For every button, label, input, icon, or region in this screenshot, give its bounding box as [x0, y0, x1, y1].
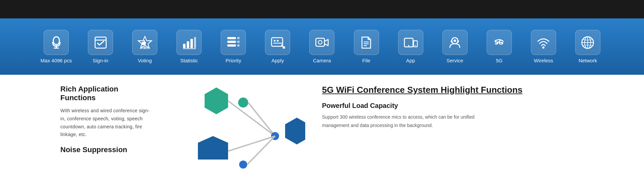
icon-item-app[interactable]: App: [395, 30, 427, 63]
svg-point-39: [542, 46, 544, 48]
svg-point-0: [53, 37, 59, 45]
icon-item-signin[interactable]: Sign-in: [85, 30, 116, 63]
top-black-bar: [0, 0, 644, 18]
statistic-icon: [182, 35, 197, 50]
svg-marker-50: [198, 136, 228, 160]
powerful-load-description: Support 300 wireless conference mics to …: [322, 113, 496, 130]
icon-label-camera: Camera: [313, 58, 331, 63]
icon-box-network: [575, 30, 600, 55]
voting-icon: [138, 35, 152, 50]
svg-rect-36: [451, 40, 452, 42]
icon-item-priority[interactable]: Priority: [217, 30, 249, 63]
icon-box-priority: [221, 30, 246, 55]
icon-box-wireless: [531, 30, 556, 55]
icon-item-wireless[interactable]: Wireless: [528, 30, 559, 63]
icon-box-signin: [88, 30, 113, 55]
svg-rect-18: [237, 41, 239, 43]
svg-rect-11: [190, 39, 193, 48]
icon-label-priority: Priority: [225, 58, 241, 63]
icon-box-app: [398, 30, 423, 55]
main-title: 5G WiFi Conference System Highlight Func…: [322, 85, 624, 95]
icon-label-voting: Voting: [138, 58, 152, 63]
icon-item-voting[interactable]: Voting: [129, 30, 161, 63]
icon-label-signin: Sign-in: [93, 58, 108, 63]
icon-item-statistic[interactable]: Statistic: [173, 30, 205, 63]
svg-rect-25: [316, 38, 325, 46]
priority-icon: [226, 35, 241, 50]
icon-label-network: Network: [579, 58, 597, 63]
5g-icon: 5G: [492, 35, 506, 50]
icon-label-wireless: Wireless: [534, 58, 553, 63]
apply-icon: [270, 35, 285, 50]
icon-bar: Max 4096 pcs Sign-in Voting: [0, 18, 644, 75]
left-content: Rich Application Functions With wireless…: [0, 81, 174, 180]
svg-point-21: [274, 40, 276, 42]
svg-point-22: [277, 40, 279, 42]
rich-app-title: Rich Application Functions: [60, 85, 154, 102]
file-icon: [359, 35, 374, 50]
service-icon: [447, 35, 462, 50]
icon-item-max4096[interactable]: Max 4096 pcs: [40, 30, 72, 63]
content-area: Rich Application Functions With wireless…: [0, 75, 644, 187]
icon-label-statistic: Statistic: [180, 58, 198, 63]
signin-icon: [93, 35, 108, 50]
noise-title: Noise Suppression: [60, 145, 154, 154]
rich-app-description: With wireless and wired conference sign-…: [60, 107, 154, 139]
icon-box-service: [442, 30, 468, 55]
camera-icon: [315, 35, 329, 50]
svg-rect-16: [227, 44, 236, 46]
svg-point-51: [239, 161, 247, 169]
icon-box-camera: [309, 30, 334, 55]
icon-label-file: File: [362, 58, 370, 63]
svg-rect-15: [227, 41, 236, 43]
icon-box-voting: [132, 30, 157, 55]
svg-point-32: [408, 45, 410, 46]
icon-item-apply[interactable]: Apply: [262, 30, 293, 63]
svg-rect-37: [458, 40, 459, 42]
svg-point-24: [283, 46, 285, 49]
icon-item-5g[interactable]: 5G 5G: [483, 30, 515, 63]
icon-label-app: App: [406, 58, 415, 63]
diagram-svg: [178, 84, 305, 178]
icon-item-service[interactable]: Service: [439, 30, 471, 63]
icon-item-network[interactable]: Network: [572, 30, 604, 63]
svg-marker-49: [285, 118, 305, 144]
powerful-load-title: Powerful Load Capacity: [322, 102, 624, 110]
icon-box-statistic: [176, 30, 202, 55]
svg-point-33: [415, 45, 416, 46]
middle-graphic: [174, 81, 309, 180]
icon-box-5g: 5G: [487, 30, 512, 55]
svg-rect-8: [140, 47, 150, 49]
icon-label-service: Service: [446, 58, 463, 63]
icon-item-camera[interactable]: Camera: [306, 30, 338, 63]
svg-marker-44: [205, 87, 228, 114]
svg-point-26: [318, 40, 322, 44]
svg-rect-3: [95, 37, 106, 48]
svg-point-45: [238, 98, 248, 108]
noise-section: Noise Suppression: [60, 145, 154, 154]
icon-box-file: [354, 30, 379, 55]
svg-rect-14: [227, 37, 236, 39]
svg-point-35: [454, 39, 456, 42]
svg-rect-17: [237, 37, 239, 39]
svg-rect-10: [186, 41, 189, 48]
icon-label-apply: Apply: [271, 58, 284, 63]
microphone-icon: [49, 35, 64, 50]
svg-rect-19: [237, 44, 239, 46]
network-icon: [580, 35, 595, 50]
svg-rect-9: [183, 44, 185, 48]
app-icon: [403, 35, 418, 50]
right-content: 5G WiFi Conference System Highlight Func…: [309, 81, 644, 180]
icon-label-max4096: Max 4096 pcs: [41, 58, 72, 63]
wireless-icon: [536, 35, 551, 50]
icon-item-file[interactable]: File: [351, 30, 382, 63]
svg-rect-12: [194, 37, 196, 48]
icon-box-apply: [265, 30, 290, 55]
icon-box-max4096: [44, 30, 69, 55]
icon-label-5g: 5G: [496, 58, 502, 63]
